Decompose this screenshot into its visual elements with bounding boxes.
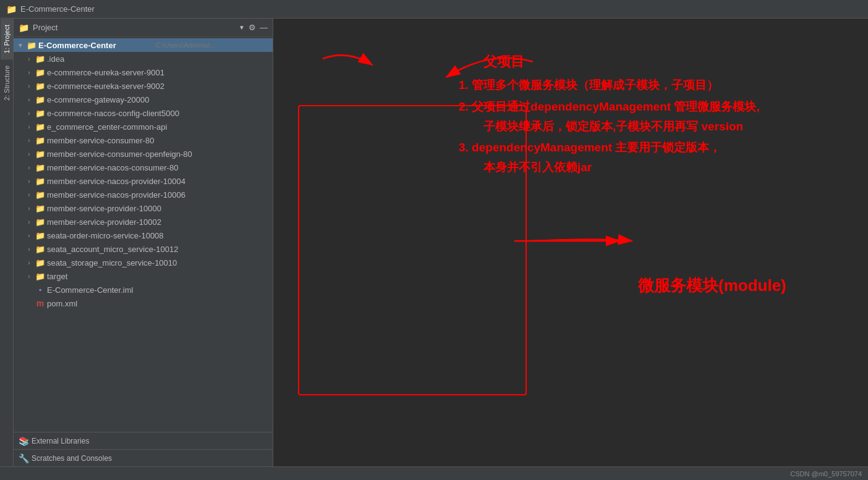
idea-toggle[interactable]: ›: [25, 54, 33, 63]
nacos-provider-10004-toggle[interactable]: ›: [25, 177, 33, 185]
left-side-tabs: 1: Project 2: Structure: [0, 19, 14, 466]
seata-storage-label: seata_storage_micro_service-10010: [47, 258, 270, 267]
openfeign-80-icon: 📁: [35, 149, 45, 159]
tree-item-seata-storage[interactable]: › 📁 seata_storage_micro_service-10010: [14, 256, 273, 269]
seata-account-label: seata_account_micro_service-10012: [47, 245, 270, 254]
eureka-9002-label: e-commerce-eureka-server-9002: [47, 82, 270, 91]
pom-toggle-spacer: [25, 299, 33, 308]
nacos-consumer-label: member-service-nacos-consumer-80: [47, 163, 270, 172]
project-tree[interactable]: ▼ 📁 E-Commerce-Center C:\Users\Administ.…: [14, 37, 273, 432]
panel-dropdown-arrow[interactable]: ▼: [239, 24, 245, 31]
provider-10000-icon: 📁: [35, 203, 45, 213]
seata-account-toggle[interactable]: ›: [25, 245, 33, 253]
nacos-consumer-toggle[interactable]: ›: [25, 163, 33, 172]
annotation-arrows: [273, 19, 868, 466]
tree-item-target[interactable]: › 📁 target: [14, 269, 273, 283]
tree-item-openfeign-80[interactable]: › 📁 member-service-consumer-openfeign-80: [14, 147, 273, 161]
title-folder-icon: 📁: [6, 4, 17, 14]
tree-root[interactable]: ▼ 📁 E-Commerce-Center C:\Users\Administ.…: [14, 38, 273, 52]
tree-item-nacos-provider-10006[interactable]: › 📁 member-service-nacos-provider-10006: [14, 188, 273, 201]
target-toggle[interactable]: ›: [25, 272, 33, 280]
eureka-9001-toggle[interactable]: ›: [25, 68, 33, 77]
seata-storage-toggle[interactable]: ›: [25, 258, 33, 267]
gateway-icon: 📁: [35, 95, 45, 104]
gateway-toggle[interactable]: ›: [25, 95, 33, 104]
panel-minimize-icon[interactable]: —: [260, 23, 268, 32]
sidebar-item-project[interactable]: 1: Project: [1, 19, 13, 59]
project-panel: 📁 Project ▼ ⚙ — ▼ 📁 E-Commerce-Center C:…: [14, 19, 273, 466]
openfeign-80-label: member-service-consumer-openfeign-80: [47, 149, 270, 159]
nacos-provider-10006-label: member-service-nacos-provider-10006: [47, 190, 270, 200]
tree-item-iml[interactable]: ▪ E-Commerce-Center.iml: [14, 283, 273, 297]
bottom-bar: 📚 External Libraries: [14, 432, 273, 449]
pom-label: pom.xml: [47, 299, 270, 308]
status-bar: CSDN @m0_59757074: [0, 466, 868, 480]
tree-item-common-api[interactable]: › 📁 e_commerce_center-common-api: [14, 120, 273, 133]
provider-10000-toggle[interactable]: ›: [25, 204, 33, 213]
seata-order-toggle[interactable]: ›: [25, 231, 33, 240]
seata-order-icon: 📁: [35, 230, 45, 240]
provider-10002-icon: 📁: [35, 217, 45, 227]
tree-item-nacos-consumer[interactable]: › 📁 member-service-nacos-consumer-80: [14, 161, 273, 174]
tree-item-eureka-9002[interactable]: › 📁 e-commerce-eureka-server-9002: [14, 79, 273, 93]
annotation-line3: 3. dependencyManagement 主要用于锁定版本，: [459, 140, 721, 156]
idea-label: .idea: [47, 54, 270, 64]
eureka-9002-toggle[interactable]: ›: [25, 82, 33, 90]
nacos-consumer-icon: 📁: [35, 162, 45, 172]
tree-item-gateway[interactable]: › 📁 e-commerce-gateway-20000: [14, 93, 273, 106]
iml-toggle-spacer: [25, 285, 33, 294]
external-libraries-icon: 📚: [19, 436, 29, 446]
watermark-text: CSDN @m0_59757074: [790, 470, 862, 478]
external-libraries-item[interactable]: 📚 External Libraries: [19, 436, 89, 446]
tree-item-eureka-9001[interactable]: › 📁 e-commerce-eureka-server-9001: [14, 65, 273, 79]
nacos-config-toggle[interactable]: ›: [25, 109, 33, 117]
annotation-line2b: 子模块继承后，锁定版本,子模块不用再写 version: [483, 119, 743, 135]
common-api-icon: 📁: [35, 122, 45, 132]
root-label: E-Commerce-Center: [38, 41, 153, 50]
tree-item-nacos-config[interactable]: › 📁 e-commerce-nacos-config-client5000: [14, 106, 273, 120]
modules-red-rect: [298, 105, 527, 395]
tree-item-pom[interactable]: m pom.xml: [14, 297, 273, 310]
tree-item-idea[interactable]: › 📁 .idea: [14, 52, 273, 65]
main-layout: 1: Project 2: Structure 📁 Project ▼ ⚙ — …: [0, 19, 868, 466]
arrow-parent-project: [273, 19, 706, 105]
provider-10002-toggle[interactable]: ›: [25, 217, 33, 226]
seata-account-icon: 📁: [35, 244, 45, 254]
panel-title: Project: [33, 23, 235, 32]
panel-gear-icon[interactable]: ⚙: [249, 23, 256, 32]
scratches-icon: 🔧: [19, 453, 29, 463]
provider-10002-label: member-service-provider-10002: [47, 217, 270, 227]
provider-10000-label: member-service-provider-10000: [47, 204, 270, 213]
eureka-9001-label: e-commerce-eureka-server-9001: [47, 68, 270, 77]
tree-item-seata-order[interactable]: › 📁 seata-order-micro-service-10008: [14, 229, 273, 242]
tree-item-consumer-80[interactable]: › 📁 member-service-consumer-80: [14, 133, 273, 147]
panel-header: 📁 Project ▼ ⚙ —: [14, 19, 273, 37]
root-folder-icon: 📁: [27, 40, 36, 50]
eureka-9002-icon: 📁: [35, 81, 45, 91]
iml-label: E-Commerce-Center.iml: [47, 285, 270, 295]
tree-item-nacos-provider-10004[interactable]: › 📁 member-service-nacos-provider-10004: [14, 174, 273, 188]
tree-item-provider-10000[interactable]: › 📁 member-service-provider-10000: [14, 201, 273, 215]
nacos-config-icon: 📁: [35, 108, 45, 118]
openfeign-80-toggle[interactable]: ›: [25, 149, 33, 158]
nacos-provider-10006-icon: 📁: [35, 190, 45, 200]
external-libraries-label: External Libraries: [32, 437, 89, 445]
window-title: E-Commerce-Center: [20, 4, 95, 14]
seata-storage-icon: 📁: [35, 258, 45, 267]
tree-item-seata-account[interactable]: › 📁 seata_account_micro_service-10012: [14, 242, 273, 256]
common-api-label: e_commerce_center-common-api: [47, 122, 270, 132]
consumer-80-icon: 📁: [35, 135, 45, 145]
gateway-label: e-commerce-gateway-20000: [47, 95, 270, 104]
nacos-provider-10006-toggle[interactable]: ›: [25, 190, 33, 199]
annotation-microservice-module: 微服务模块(module): [638, 275, 786, 297]
sidebar-item-structure[interactable]: 2: Structure: [1, 59, 13, 107]
root-path: C:\Users\Administ...: [156, 41, 271, 49]
consumer-80-toggle[interactable]: ›: [25, 136, 33, 145]
root-toggle-icon[interactable]: ▼: [16, 41, 25, 49]
eureka-9001-icon: 📁: [35, 67, 45, 77]
iml-file-icon: ▪: [35, 285, 45, 295]
scratches-bar: 🔧 Scratches and Consoles: [14, 449, 273, 466]
tree-item-provider-10002[interactable]: › 📁 member-service-provider-10002: [14, 215, 273, 229]
scratches-item[interactable]: 🔧 Scratches and Consoles: [19, 453, 112, 463]
common-api-toggle[interactable]: ›: [25, 122, 33, 131]
